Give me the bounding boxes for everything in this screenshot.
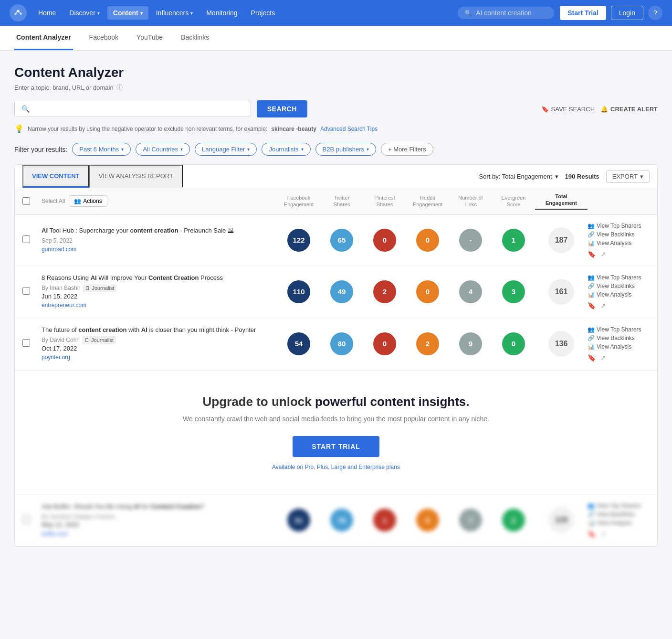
analysis-icon: 📊 <box>588 240 595 246</box>
row-actions-1: 👥 View Top Sharers 🔗 View Backlinks 📊 Vi… <box>588 223 650 258</box>
row-checkbox-3[interactable] <box>22 339 30 347</box>
analysis-icon-3: 📊 <box>588 343 595 350</box>
filter-countries-chevron: ▾ <box>180 147 183 152</box>
nav-discover[interactable]: Discover ▾ <box>63 6 105 20</box>
share-icon-1[interactable]: ↗ <box>600 250 606 258</box>
svg-point-0 <box>17 10 20 12</box>
navbar-start-trial-button[interactable]: Start Trial <box>560 6 606 20</box>
view-analysis-2[interactable]: 📊 View Analysis <box>588 291 650 298</box>
start-trial-button[interactable]: START TRIAL <box>293 436 379 457</box>
sub-tabs: Content Analyzer Facebook YouTube Backli… <box>0 26 672 51</box>
svg-line-3 <box>16 12 17 13</box>
nav-projects[interactable]: Projects <box>245 6 281 20</box>
influencers-chevron-icon: ▾ <box>190 11 193 16</box>
row-actions-2: 👥 View Top Sharers 🔗 View Backlinks 📊 Vi… <box>588 274 650 309</box>
filter-journalists[interactable]: Journalists ▾ <box>262 143 310 156</box>
view-analysis-3[interactable]: 📊 View Analysis <box>588 343 650 350</box>
subtitle-info-icon[interactable]: ⓘ <box>116 83 123 92</box>
reddit-metric-3: 2 <box>416 332 439 355</box>
total-metric-4: 128 <box>548 507 574 533</box>
sharers-icon-2: 👥 <box>588 274 595 281</box>
journalist-icon-3: 🗒 <box>84 337 90 344</box>
tab-facebook[interactable]: Facebook <box>87 26 120 50</box>
bookmark-icon-3[interactable]: 🔖 <box>588 354 596 362</box>
row-checkbox-1[interactable] <box>22 235 30 243</box>
main-content: Content Analyzer Enter a topic, brand, U… <box>0 51 672 547</box>
view-top-sharers-2[interactable]: 👥 View Top Sharers <box>588 274 650 281</box>
filters-row: Filter your results: Past 6 Months ▾ All… <box>14 143 658 156</box>
sort-select[interactable]: Sort by: Total Engagement ▾ <box>479 173 558 180</box>
save-icon: 🔖 <box>541 106 549 113</box>
content-chevron-icon: ▾ <box>140 11 143 16</box>
filter-b2b[interactable]: B2B publishers ▾ <box>315 143 376 156</box>
logo <box>10 4 27 21</box>
navbar-help-button[interactable]: ? <box>648 6 662 20</box>
nav-influencers[interactable]: Influencers ▾ <box>150 6 199 20</box>
sharers-icon: 👥 <box>588 223 595 229</box>
ev-metric-2: 3 <box>502 280 525 303</box>
article-link-3[interactable]: poynter.org <box>42 354 70 361</box>
share-icon-3[interactable]: ↗ <box>600 354 606 362</box>
fb-metric-2: 110 <box>287 280 310 303</box>
upgrade-title: Upgrade to unlock powerful content insig… <box>24 394 648 409</box>
discover-chevron-icon: ▾ <box>97 11 100 16</box>
filter-months-chevron: ▾ <box>121 147 124 152</box>
article-link-2[interactable]: entrepreneur.com <box>42 302 86 309</box>
select-all-checkbox[interactable] <box>22 197 30 205</box>
th-pinterest: PinterestShares <box>363 194 406 208</box>
article-info-4: Ask Buffer: Should You Be Using AI for C… <box>42 502 277 538</box>
journalist-badge-3: 🗒 Journalist <box>82 336 116 344</box>
tab-view-content[interactable]: VIEW CONTENT <box>22 165 89 188</box>
tab-content-analyzer[interactable]: Content Analyzer <box>14 26 73 50</box>
create-alert-button[interactable]: 🔔 CREATE ALERT <box>600 106 658 113</box>
view-top-sharers-1[interactable]: 👥 View Top Sharers <box>588 223 650 229</box>
article-info-3: The future of content creation with AI i… <box>42 326 277 362</box>
view-backlinks-2[interactable]: 🔗 View Backlinks <box>588 283 650 289</box>
links-metric-2: 4 <box>459 280 482 303</box>
th-total: TotalEngagement <box>535 193 588 210</box>
tab-backlinks[interactable]: Backlinks <box>179 26 211 50</box>
filter-language[interactable]: Language Filter ▾ <box>195 143 257 156</box>
bookmark-icon-1[interactable]: 🔖 <box>588 250 596 258</box>
filter-past-months[interactable]: Past 6 Months ▾ <box>72 143 131 156</box>
bookmark-icon-2[interactable]: 🔖 <box>588 302 596 309</box>
view-top-sharers-3[interactable]: 👥 View Top Sharers <box>588 326 650 333</box>
filter-countries[interactable]: All Countries ▾ <box>136 143 190 156</box>
article-info-2: 8 Reasons Using AI Will Improve Your Con… <box>42 274 277 310</box>
table-row-blurred: Ask Buffer: Should You Be Using AI for C… <box>15 495 657 546</box>
tab-view-analysis[interactable]: VIEW ANALYSIS REPORT <box>89 165 183 188</box>
filter-b2b-chevron: ▾ <box>367 147 369 152</box>
table-row: 8 Reasons Using AI Will Improve Your Con… <box>15 266 657 318</box>
ev-metric-1: 1 <box>502 229 525 252</box>
view-backlinks-1[interactable]: 🔗 View Backlinks <box>588 231 650 238</box>
advanced-search-link[interactable]: Advanced Search Tips <box>320 126 378 132</box>
upgrade-plans: Available on Pro, Plus, Large and Enterp… <box>24 464 648 470</box>
more-filters-button[interactable]: + More Filters <box>381 143 433 156</box>
nav-home[interactable]: Home <box>32 6 62 20</box>
actions-button[interactable]: 👥 Actions <box>69 195 107 207</box>
nav-monitoring[interactable]: Monitoring <box>200 6 243 20</box>
share-icon-2[interactable]: ↗ <box>600 302 606 309</box>
table-row: AI Tool Hub : Supercharge your content c… <box>15 215 657 266</box>
th-twitter: TwitterShares <box>320 194 363 208</box>
main-search-input[interactable]: AI content creation <box>33 105 244 113</box>
save-search-button[interactable]: 🔖 SAVE SEARCH <box>541 106 595 113</box>
view-tabs: VIEW CONTENT VIEW ANALYSIS REPORT Sort b… <box>15 165 657 188</box>
tab-youtube[interactable]: YouTube <box>135 26 165 50</box>
view-backlinks-3[interactable]: 🔗 View Backlinks <box>588 335 650 341</box>
row-checkbox-2[interactable] <box>22 287 30 295</box>
links-metric-3: 9 <box>459 332 482 355</box>
actions-icon: 👥 <box>74 198 81 204</box>
search-container: 🔍 AI content creation SEARCH 🔖 SAVE SEAR… <box>14 100 658 117</box>
article-link-1[interactable]: gumroad.com <box>42 246 76 253</box>
page-title: Content Analyzer <box>14 65 658 80</box>
fb-metric-1: 122 <box>287 229 310 252</box>
navbar-login-button[interactable]: Login <box>611 6 643 20</box>
navbar-search-input[interactable]: AI content creation <box>476 9 547 17</box>
nav-content[interactable]: Content ▾ <box>107 6 148 20</box>
view-analysis-1[interactable]: 📊 View Analysis <box>588 240 650 246</box>
export-button[interactable]: EXPORT ▾ <box>606 170 650 183</box>
search-button[interactable]: SEARCH <box>257 100 307 117</box>
journalist-icon: 🗒 <box>85 285 90 292</box>
backlinks-icon: 🔗 <box>588 231 595 238</box>
